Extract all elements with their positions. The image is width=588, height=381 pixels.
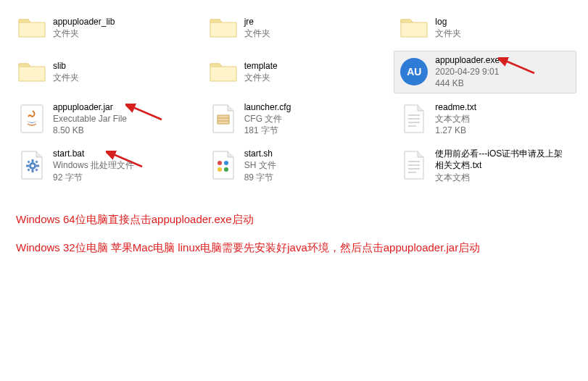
svg-point-19: [224, 161, 228, 165]
svg-point-20: [218, 167, 222, 172]
file-size: 89 字节: [244, 172, 276, 183]
jar-icon: [17, 104, 47, 134]
file-item-start-sh[interactable]: start.sh SH 文件 89 字节: [203, 144, 386, 187]
sh-icon: [208, 150, 239, 180]
file-size: 181 字节: [244, 125, 291, 136]
exe-icon: AU: [399, 56, 429, 87]
file-item-appuploader-exe[interactable]: AU appuploader.exe 2020-04-29 9:01 444 K…: [394, 51, 576, 93]
cfg-icon: [208, 104, 239, 134]
file-name: template: [244, 60, 278, 72]
file-item-log[interactable]: log 文件夹: [394, 9, 576, 46]
txt-icon: [399, 104, 429, 134]
file-name: start.bat: [53, 148, 134, 159]
file-size: 1.27 KB: [435, 125, 476, 136]
file-item-template[interactable]: template 文件夹: [203, 51, 386, 93]
file-name: slib: [53, 60, 79, 72]
au-badge: AU: [400, 58, 428, 85]
file-name: 使用前必看---iOS证书申请及上架相关文档.txt: [435, 148, 571, 171]
file-type: 文件夹: [435, 28, 461, 39]
svg-point-21: [224, 167, 228, 172]
file-item-appuploader-lib[interactable]: appuploader_lib 文件夹: [12, 9, 194, 46]
svg-rect-0: [21, 105, 43, 133]
svg-rect-10: [32, 169, 34, 172]
folder-icon: [208, 56, 239, 87]
svg-rect-11: [26, 165, 29, 167]
svg-point-18: [218, 161, 222, 165]
bat-icon: [17, 150, 47, 180]
file-name: start.sh: [244, 148, 276, 159]
file-name: readme.txt: [435, 101, 476, 113]
file-item-readme-txt[interactable]: readme.txt 文本文档 1.27 KB: [394, 98, 576, 141]
note-line-2: Windows 32位电脑 苹果Mac电脑 linux电脑需要先安装好java环…: [16, 241, 572, 255]
file-type: 文件夹: [53, 72, 79, 83]
instruction-notes: Windows 64位电脑直接点击appuploader.exe启动 Windo…: [0, 193, 588, 255]
file-type: Windows 批处理文件: [53, 159, 134, 171]
file-type: CFG 文件: [244, 113, 291, 125]
note-line-1: Windows 64位电脑直接点击appuploader.exe启动: [16, 213, 572, 227]
file-item-appuploader-jar[interactable]: appuploader.jar Executable Jar File 8.50…: [12, 98, 194, 141]
file-size: 8.50 KB: [53, 125, 127, 136]
svg-rect-1: [218, 115, 229, 124]
file-name: jre: [244, 16, 270, 28]
file-size: 92 字节: [53, 172, 134, 183]
file-item-guide-txt[interactable]: 使用前必看---iOS证书申请及上架相关文档.txt 文本文档: [394, 144, 576, 187]
file-name: log: [435, 16, 461, 28]
file-item-slib[interactable]: slib 文件夹: [12, 51, 194, 93]
file-type: 文件夹: [244, 28, 270, 39]
file-date: 2020-04-29 9:01: [435, 66, 500, 78]
folder-icon: [17, 56, 47, 87]
file-name: appuploader.jar: [53, 101, 127, 113]
file-type: 文本文档: [435, 172, 571, 183]
file-type: Executable Jar File: [53, 113, 127, 125]
file-item-jre[interactable]: jre 文件夹: [203, 9, 386, 46]
file-grid: appuploader_lib 文件夹 jre 文件夹 log 文件夹 slib…: [0, 0, 588, 193]
file-type: 文件夹: [244, 72, 278, 83]
txt-icon: [399, 150, 429, 180]
folder-icon: [208, 12, 239, 43]
file-name: appuploader.exe: [435, 54, 500, 66]
svg-rect-12: [36, 165, 39, 167]
file-size: 444 KB: [435, 78, 500, 89]
folder-icon: [17, 12, 47, 43]
file-name: launcher.cfg: [244, 101, 291, 113]
file-type: 文本文档: [435, 113, 476, 125]
svg-rect-9: [32, 159, 34, 162]
file-type: 文件夹: [53, 28, 115, 39]
folder-icon: [399, 12, 429, 43]
svg-point-17: [31, 164, 34, 167]
file-item-launcher-cfg[interactable]: launcher.cfg CFG 文件 181 字节: [203, 98, 386, 141]
file-type: SH 文件: [244, 159, 276, 171]
file-item-start-bat[interactable]: start.bat Windows 批处理文件 92 字节: [12, 144, 194, 187]
file-name: appuploader_lib: [53, 16, 115, 28]
